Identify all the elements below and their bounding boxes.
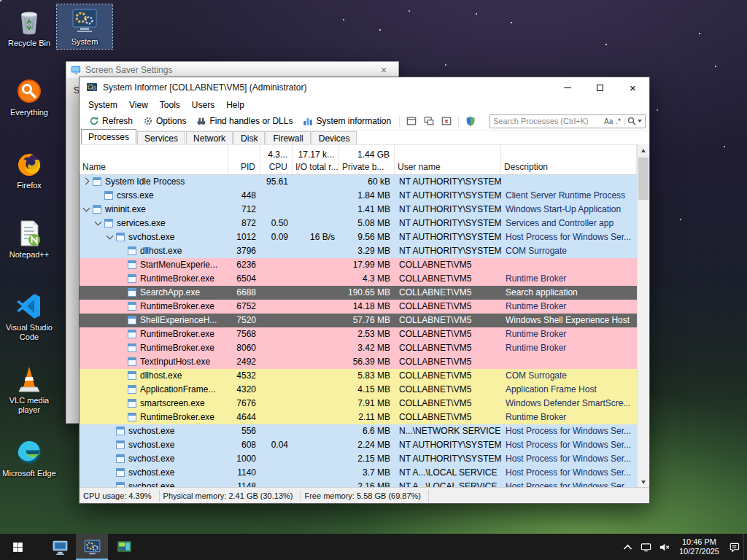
process-row[interactable]: dllhost.exe37963.29 MBNT AUTHORITY\SYSTE… bbox=[80, 244, 637, 258]
column-header: NamePID4.3...CPU17.17 k...I/O total r...… bbox=[80, 144, 637, 175]
menu-view[interactable]: View bbox=[123, 98, 154, 112]
process-row[interactable]: RuntimeBroker.exe80603.42 MBCOLLABNET\VM… bbox=[80, 341, 637, 355]
process-row[interactable]: svchost.exe6080.042.24 MBNT AUTHORITY\SY… bbox=[80, 438, 637, 452]
process-row[interactable]: System Idle Process95.6160 kBNT AUTHORIT… bbox=[80, 175, 637, 189]
process-row[interactable]: ShellExperienceH...752057.76 MBCOLLABNET… bbox=[80, 314, 637, 327]
desktop-icon-vscode[interactable]: Visual Studio Code bbox=[1, 290, 57, 344]
desktop-icon-edge[interactable]: Microsoft Edge bbox=[1, 436, 57, 481]
regex-toggle[interactable]: .* bbox=[614, 117, 622, 125]
window-pane-button[interactable] bbox=[403, 114, 420, 128]
window-overlay-button[interactable] bbox=[420, 114, 438, 128]
vertical-scrollbar[interactable] bbox=[637, 144, 649, 489]
column-header-user[interactable]: User name bbox=[395, 145, 501, 174]
status-segment: Free memory: 5.58 GB (69.87%) bbox=[301, 490, 429, 502]
process-row[interactable]: SearchApp.exe6688190.65 MBCOLLABNET\VM5S… bbox=[80, 286, 637, 300]
action-center-button[interactable] bbox=[725, 534, 743, 560]
process-row[interactable]: svchost.exe5566.6 MBN...\NETWORK SERVICE… bbox=[80, 424, 637, 438]
process-row[interactable]: smartscreen.exe76767.91 MBCOLLABNET\VM5W… bbox=[80, 397, 637, 411]
collapse-arrow-icon[interactable] bbox=[82, 204, 91, 214]
tab-firewall[interactable]: Firewall bbox=[266, 131, 310, 144]
process-name: svchost.exe bbox=[128, 454, 174, 464]
column-header-cpu[interactable]: 4.3...CPU bbox=[260, 145, 293, 174]
collapse-arrow-icon[interactable] bbox=[93, 218, 103, 228]
cell-cpu bbox=[260, 424, 293, 438]
process-row[interactable]: RuntimeBroker.exe675214.18 MBCOLLABNET\V… bbox=[80, 300, 637, 314]
desktop-icon-vlc[interactable]: VLC media player bbox=[1, 363, 57, 417]
cell-pid: 8060 bbox=[228, 341, 260, 355]
process-row[interactable]: wininit.exe7121.41 MBNT AUTHORITY\SYSTEM… bbox=[80, 203, 637, 217]
column-header-priv[interactable]: 1.44 GBPrivate b... bbox=[339, 145, 395, 174]
maximize-button[interactable] bbox=[584, 77, 616, 98]
desktop-icon-notepadpp[interactable]: Notepad++ bbox=[1, 217, 57, 262]
column-header-pid[interactable]: PID bbox=[228, 145, 260, 174]
process-row[interactable]: ApplicationFrame...43204.15 MBCOLLABNET\… bbox=[80, 383, 637, 397]
expand-arrow-icon[interactable] bbox=[82, 176, 91, 186]
menu-users[interactable]: Users bbox=[186, 98, 220, 112]
process-row[interactable]: RuntimeBroker.exe46442.11 MBCOLLABNET\VM… bbox=[80, 411, 637, 424]
process-row[interactable]: RuntimeBroker.exe75682.53 MBCOLLABNET\VM… bbox=[80, 327, 637, 341]
tray-display[interactable] bbox=[637, 534, 655, 560]
cell-user: COLLABNET\VM5 bbox=[395, 286, 501, 300]
menu-help[interactable]: Help bbox=[220, 98, 250, 112]
refresh-button[interactable]: Refresh bbox=[84, 114, 138, 128]
column-header-desc[interactable]: Description bbox=[501, 145, 637, 174]
process-row[interactable]: csrss.exe4481.84 MBNT AUTHORITY\SYSTEMCl… bbox=[80, 189, 637, 203]
search-input[interactable] bbox=[493, 117, 603, 125]
cell-name: svchost.exe bbox=[80, 452, 228, 466]
tab-devices[interactable]: Devices bbox=[311, 131, 357, 144]
cell-name: smartscreen.exe bbox=[80, 397, 228, 411]
desktop-icon-firefox[interactable]: Firefox bbox=[1, 148, 57, 192]
desktop-icon-system-informer[interactable]: System bbox=[57, 4, 112, 49]
close-button[interactable]: × bbox=[616, 77, 649, 98]
show-desktop-button[interactable] bbox=[743, 534, 747, 560]
tab-services[interactable]: Services bbox=[137, 131, 185, 144]
cell-desc: Client Server Runtime Process bbox=[501, 189, 637, 203]
scroll-up-arrow[interactable] bbox=[638, 144, 649, 157]
process-row[interactable]: dllhost.exe45325.83 MBCOLLABNET\VM5COM S… bbox=[80, 369, 637, 383]
column-header-io[interactable]: 17.17 k...I/O total r... bbox=[293, 145, 339, 174]
process-row[interactable]: svchost.exe11403.7 MBNT A...\LOCAL SERVI… bbox=[80, 466, 637, 480]
security-button[interactable] bbox=[462, 114, 479, 128]
column-header-name[interactable]: Name bbox=[80, 145, 228, 174]
scrollbar-thumb[interactable] bbox=[638, 158, 649, 200]
process-row[interactable]: services.exe8720.505.08 MBNT AUTHORITY\S… bbox=[80, 217, 637, 230]
window-close-pane-button[interactable] bbox=[438, 114, 455, 128]
menu-tools[interactable]: Tools bbox=[154, 98, 186, 112]
display-icon bbox=[640, 542, 651, 553]
minimize-button[interactable] bbox=[551, 77, 584, 98]
hidden-icons-chevron[interactable] bbox=[619, 534, 637, 560]
taskbar-app-3[interactable] bbox=[108, 534, 140, 560]
tray-volume[interactable] bbox=[655, 534, 673, 560]
options-button[interactable]: Options bbox=[138, 114, 191, 128]
desktop-icon-label: System bbox=[57, 37, 112, 47]
window-titlebar[interactable]: System Informer [COLLABNET\VM5] (Adminis… bbox=[80, 77, 649, 98]
search-dropdown-caret-icon[interactable] bbox=[638, 120, 642, 122]
process-row[interactable]: svchost.exe10120.0916 B/s9.56 MBNT AUTHO… bbox=[80, 230, 637, 244]
screensaver-close-button[interactable]: × bbox=[374, 64, 394, 76]
taskbar-app-system-informer[interactable] bbox=[76, 534, 108, 560]
cell-name: ShellExperienceH... bbox=[80, 314, 228, 327]
process-name: System Idle Process bbox=[105, 176, 185, 187]
start-button[interactable] bbox=[0, 534, 35, 560]
taskbar-clock[interactable]: 10:46 PM 10/27/2025 bbox=[673, 537, 725, 556]
process-row[interactable]: RuntimeBroker.exe65044.3 MBCOLLABNET\VM5… bbox=[80, 272, 637, 286]
menu-system[interactable]: System bbox=[82, 98, 123, 112]
desktop-icon-recycle-bin[interactable]: Recycle Bin bbox=[1, 6, 57, 50]
match-case-toggle[interactable]: Aa bbox=[603, 117, 614, 125]
cell-priv: 4.15 MB bbox=[339, 383, 395, 397]
screensaver-titlebar[interactable]: Screen Saver Settings × bbox=[66, 62, 398, 78]
system-information-button[interactable]: System information bbox=[298, 114, 396, 128]
tab-disk[interactable]: Disk bbox=[233, 131, 265, 144]
find-handles-button[interactable]: Find handles or DLLs bbox=[191, 114, 298, 128]
process-row[interactable]: StartMenuExperie...623617.99 MBCOLLABNET… bbox=[80, 258, 637, 272]
desktop-icon-everything[interactable]: Everything bbox=[1, 75, 57, 120]
cell-desc: Host Process for Windows Ser... bbox=[501, 438, 637, 452]
process-row[interactable]: svchost.exe10002.15 MBNT AUTHORITY\SYSTE… bbox=[80, 452, 637, 466]
collapse-arrow-icon[interactable] bbox=[105, 232, 115, 241]
process-name: svchost.exe bbox=[128, 426, 174, 436]
tab-processes[interactable]: Processes bbox=[81, 129, 136, 144]
search-icon[interactable] bbox=[627, 117, 636, 125]
taskbar-app-screensaver[interactable] bbox=[44, 534, 76, 560]
process-row[interactable]: TextInputHost.exe249256.39 MBCOLLABNET\V… bbox=[80, 355, 637, 369]
tab-network[interactable]: Network bbox=[186, 131, 233, 144]
